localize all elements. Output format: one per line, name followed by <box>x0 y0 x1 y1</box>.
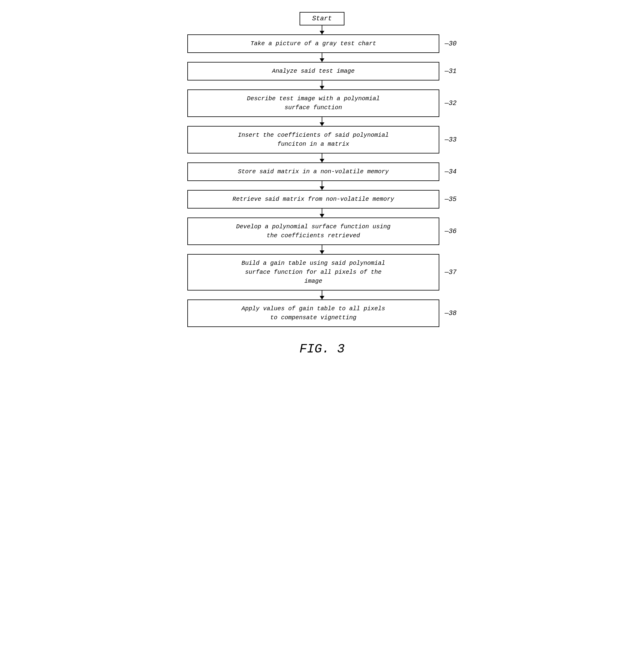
step-34-label: —34 <box>445 168 457 175</box>
step-34-row: Store said matrix in a non-volatile memo… <box>187 162 457 181</box>
step-34-text: Store said matrix in a non-volatile memo… <box>238 168 389 175</box>
step-32-label: —32 <box>445 100 457 107</box>
step-31-box: Analyze said test image <box>187 62 439 80</box>
arrow-8 <box>187 290 457 300</box>
step-37-row: Build a gain table using said polynomial… <box>187 254 457 290</box>
step-38-row: Apply values of gain table to all pixels… <box>187 300 457 327</box>
step-37-box: Build a gain table using said polynomial… <box>187 254 439 290</box>
arrow-7 <box>187 245 457 254</box>
step-31-row: Analyze said test image —31 <box>187 62 457 80</box>
start-box: Start <box>300 12 344 25</box>
step-36-label: —36 <box>445 228 457 235</box>
step-35-box: Retrieve said matrix from non-volatile m… <box>187 190 439 209</box>
arrow-5 <box>187 181 457 190</box>
arrow-3 <box>187 117 457 126</box>
step-36-box: Develop a polynomial surface function us… <box>187 217 439 245</box>
step-38-box: Apply values of gain table to all pixels… <box>187 300 439 327</box>
arrow-6 <box>187 209 457 217</box>
step-31-label: —31 <box>445 68 457 75</box>
step-30-text: Take a picture of a gray test chart <box>251 40 376 47</box>
step-35-label: —35 <box>445 196 457 203</box>
step-37-text: Build a gain table using said polynomial… <box>242 260 385 285</box>
figure-label: FIG. 3 <box>299 342 344 356</box>
start-label: Start <box>312 15 332 22</box>
step-36-text: Develop a polynomial surface function us… <box>236 223 391 239</box>
arrow-1 <box>187 53 457 62</box>
step-32-text: Describe test image with a polynomialsur… <box>247 95 380 111</box>
step-31-text: Analyze said test image <box>272 68 354 74</box>
step-33-box: Insert the coefficients of said polynomi… <box>187 126 439 154</box>
step-33-label: —33 <box>445 136 457 144</box>
step-30-box: Take a picture of a gray test chart <box>187 34 439 53</box>
step-35-row: Retrieve said matrix from non-volatile m… <box>187 190 457 209</box>
step-38-text: Apply values of gain table to all pixels… <box>242 305 385 321</box>
step-38-label: —38 <box>445 310 457 317</box>
arrow-0 <box>187 25 457 34</box>
step-36-row: Develop a polynomial surface function us… <box>187 217 457 245</box>
step-30-label: —30 <box>445 40 457 48</box>
step-33-row: Insert the coefficients of said polynomi… <box>187 126 457 154</box>
step-32-box: Describe test image with a polynomialsur… <box>187 90 439 117</box>
arrow-2 <box>187 80 457 90</box>
step-33-text: Insert the coefficients of said polynomi… <box>238 132 389 147</box>
arrow-4 <box>187 154 457 162</box>
step-30-row: Take a picture of a gray test chart —30 <box>187 34 457 53</box>
flowchart-diagram: Start Take a picture of a gray test char… <box>187 12 457 356</box>
step-35-text: Retrieve said matrix from non-volatile m… <box>232 196 394 203</box>
step-32-row: Describe test image with a polynomialsur… <box>187 90 457 117</box>
step-34-box: Store said matrix in a non-volatile memo… <box>187 162 439 181</box>
step-37-label: —37 <box>445 269 457 276</box>
